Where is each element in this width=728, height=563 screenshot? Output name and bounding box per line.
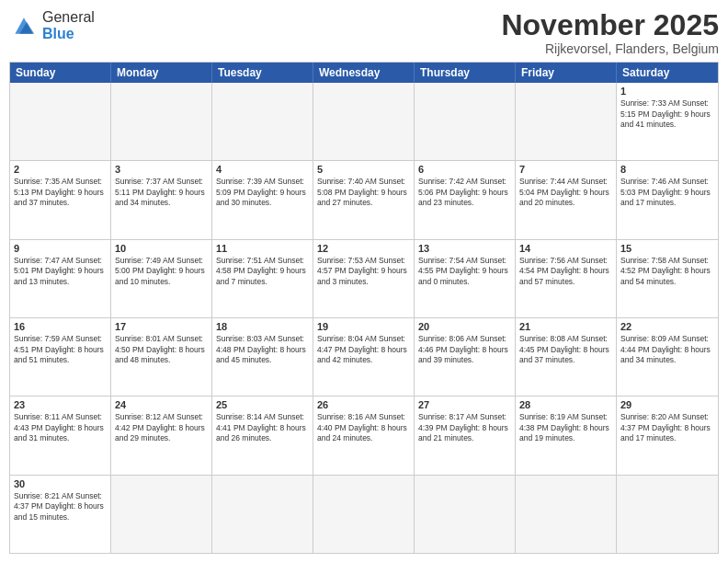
day-cell: 25Sunrise: 8:14 AM Sunset: 4:41 PM Dayli… (212, 396, 313, 474)
day-number: 4 (216, 164, 309, 175)
day-cell (313, 476, 415, 553)
day-info: Sunrise: 7:58 AM Sunset: 4:52 PM Dayligh… (620, 256, 714, 287)
day-cell: 12Sunrise: 7:53 AM Sunset: 4:57 PM Dayli… (313, 240, 415, 317)
day-info: Sunrise: 8:04 AM Sunset: 4:47 PM Dayligh… (317, 334, 410, 365)
day-cell (313, 83, 415, 160)
day-cell: 10Sunrise: 7:49 AM Sunset: 5:00 PM Dayli… (111, 240, 212, 317)
day-number: 9 (14, 243, 107, 254)
day-cell: 2Sunrise: 7:35 AM Sunset: 5:13 PM Daylig… (10, 161, 111, 238)
day-number: 21 (519, 321, 612, 332)
day-number: 14 (519, 243, 612, 254)
day-header-friday: Friday (516, 63, 617, 83)
day-info: Sunrise: 8:14 AM Sunset: 4:41 PM Dayligh… (216, 412, 309, 443)
day-header-thursday: Thursday (415, 63, 516, 83)
day-cell: 26Sunrise: 8:16 AM Sunset: 4:40 PM Dayli… (313, 396, 415, 474)
day-info: Sunrise: 7:40 AM Sunset: 5:08 PM Dayligh… (317, 177, 410, 208)
day-cell (10, 83, 111, 160)
day-header-saturday: Saturday (617, 63, 718, 83)
day-cell: 18Sunrise: 8:03 AM Sunset: 4:48 PM Dayli… (212, 318, 313, 396)
day-info: Sunrise: 8:20 AM Sunset: 4:37 PM Dayligh… (620, 412, 714, 443)
day-cell (516, 83, 617, 160)
day-info: Sunrise: 7:59 AM Sunset: 4:51 PM Dayligh… (14, 334, 107, 365)
day-info: Sunrise: 7:42 AM Sunset: 5:06 PM Dayligh… (418, 177, 511, 208)
day-number: 3 (115, 164, 208, 175)
week-row-3: 9Sunrise: 7:47 AM Sunset: 5:01 PM Daylig… (10, 240, 718, 318)
day-number: 2 (14, 164, 107, 175)
day-header-tuesday: Tuesday (212, 63, 313, 83)
day-info: Sunrise: 8:16 AM Sunset: 4:40 PM Dayligh… (317, 412, 410, 443)
day-number: 16 (14, 321, 107, 332)
day-info: Sunrise: 8:06 AM Sunset: 4:46 PM Dayligh… (418, 334, 511, 365)
day-cell: 19Sunrise: 8:04 AM Sunset: 4:47 PM Dayli… (313, 318, 415, 396)
calendar-body: 1Sunrise: 7:33 AM Sunset: 5:15 PM Daylig… (10, 83, 718, 553)
day-header-sunday: Sunday (10, 63, 111, 83)
day-number: 7 (519, 164, 612, 175)
day-cell: 4Sunrise: 7:39 AM Sunset: 5:09 PM Daylig… (212, 161, 313, 238)
week-row-5: 23Sunrise: 8:11 AM Sunset: 4:43 PM Dayli… (10, 396, 718, 475)
day-number: 27 (418, 399, 511, 410)
day-headers: SundayMondayTuesdayWednesdayThursdayFrid… (10, 63, 718, 83)
day-number: 12 (317, 243, 410, 254)
day-info: Sunrise: 7:44 AM Sunset: 5:04 PM Dayligh… (519, 177, 612, 208)
day-cell: 27Sunrise: 8:17 AM Sunset: 4:39 PM Dayli… (415, 396, 516, 474)
day-number: 23 (14, 399, 107, 410)
day-cell: 20Sunrise: 8:06 AM Sunset: 4:46 PM Dayli… (415, 318, 516, 396)
day-cell: 23Sunrise: 8:11 AM Sunset: 4:43 PM Dayli… (10, 396, 111, 474)
day-cell: 21Sunrise: 8:08 AM Sunset: 4:45 PM Dayli… (516, 318, 617, 396)
day-cell: 22Sunrise: 8:09 AM Sunset: 4:44 PM Dayli… (617, 318, 718, 396)
logo: General Blue (9, 9, 95, 41)
day-header-monday: Monday (111, 63, 212, 83)
day-cell (415, 83, 516, 160)
day-number: 10 (115, 243, 208, 254)
day-info: Sunrise: 8:09 AM Sunset: 4:44 PM Dayligh… (620, 334, 714, 365)
location-subtitle: Rijkevorsel, Flanders, Belgium (501, 41, 719, 56)
day-cell: 7Sunrise: 7:44 AM Sunset: 5:04 PM Daylig… (516, 161, 617, 238)
month-title: November 2025 (501, 9, 719, 41)
day-info: Sunrise: 7:35 AM Sunset: 5:13 PM Dayligh… (14, 177, 107, 208)
day-info: Sunrise: 7:46 AM Sunset: 5:03 PM Dayligh… (620, 177, 714, 208)
day-cell: 16Sunrise: 7:59 AM Sunset: 4:51 PM Dayli… (10, 318, 111, 396)
day-cell: 24Sunrise: 8:12 AM Sunset: 4:42 PM Dayli… (111, 396, 212, 474)
day-number: 30 (14, 478, 107, 489)
day-number: 19 (317, 321, 410, 332)
day-number: 15 (620, 243, 714, 254)
day-cell (111, 476, 212, 553)
logo-text: General Blue (42, 9, 95, 41)
day-cell: 14Sunrise: 7:56 AM Sunset: 4:54 PM Dayli… (516, 240, 617, 317)
day-info: Sunrise: 7:53 AM Sunset: 4:57 PM Dayligh… (317, 256, 410, 287)
day-info: Sunrise: 8:03 AM Sunset: 4:48 PM Dayligh… (216, 334, 309, 365)
day-cell: 28Sunrise: 8:19 AM Sunset: 4:38 PM Dayli… (516, 396, 617, 474)
day-cell: 29Sunrise: 8:20 AM Sunset: 4:37 PM Dayli… (617, 396, 718, 474)
day-info: Sunrise: 8:01 AM Sunset: 4:50 PM Dayligh… (115, 334, 208, 365)
day-header-wednesday: Wednesday (313, 63, 415, 83)
day-number: 20 (418, 321, 511, 332)
day-cell: 3Sunrise: 7:37 AM Sunset: 5:11 PM Daylig… (111, 161, 212, 238)
day-info: Sunrise: 8:19 AM Sunset: 4:38 PM Dayligh… (519, 412, 612, 443)
day-cell (111, 83, 212, 160)
week-row-1: 1Sunrise: 7:33 AM Sunset: 5:15 PM Daylig… (10, 83, 718, 161)
day-cell: 11Sunrise: 7:51 AM Sunset: 4:58 PM Dayli… (212, 240, 313, 317)
day-number: 6 (418, 164, 511, 175)
day-number: 29 (620, 399, 714, 410)
week-row-6: 30Sunrise: 8:21 AM Sunset: 4:37 PM Dayli… (10, 476, 718, 553)
week-row-2: 2Sunrise: 7:35 AM Sunset: 5:13 PM Daylig… (10, 161, 718, 239)
day-number: 25 (216, 399, 309, 410)
day-cell: 17Sunrise: 8:01 AM Sunset: 4:50 PM Dayli… (111, 318, 212, 396)
day-info: Sunrise: 8:21 AM Sunset: 4:37 PM Dayligh… (14, 491, 107, 523)
day-cell: 15Sunrise: 7:58 AM Sunset: 4:52 PM Dayli… (617, 240, 718, 317)
day-cell: 5Sunrise: 7:40 AM Sunset: 5:08 PM Daylig… (313, 161, 415, 238)
day-cell (516, 476, 617, 553)
day-cell: 30Sunrise: 8:21 AM Sunset: 4:37 PM Dayli… (10, 476, 111, 553)
page: General Blue November 2025 Rijkevorsel, … (0, 0, 728, 563)
day-number: 11 (216, 243, 309, 254)
calendar: SundayMondayTuesdayWednesdayThursdayFrid… (9, 62, 719, 554)
day-number: 17 (115, 321, 208, 332)
day-number: 22 (620, 321, 714, 332)
day-cell: 8Sunrise: 7:46 AM Sunset: 5:03 PM Daylig… (617, 161, 718, 238)
day-cell (415, 476, 516, 553)
day-info: Sunrise: 8:11 AM Sunset: 4:43 PM Dayligh… (14, 412, 107, 443)
day-info: Sunrise: 7:37 AM Sunset: 5:11 PM Dayligh… (115, 177, 208, 208)
day-number: 8 (620, 164, 714, 175)
day-info: Sunrise: 7:33 AM Sunset: 5:15 PM Dayligh… (620, 98, 714, 130)
day-info: Sunrise: 8:08 AM Sunset: 4:45 PM Dayligh… (519, 334, 612, 365)
